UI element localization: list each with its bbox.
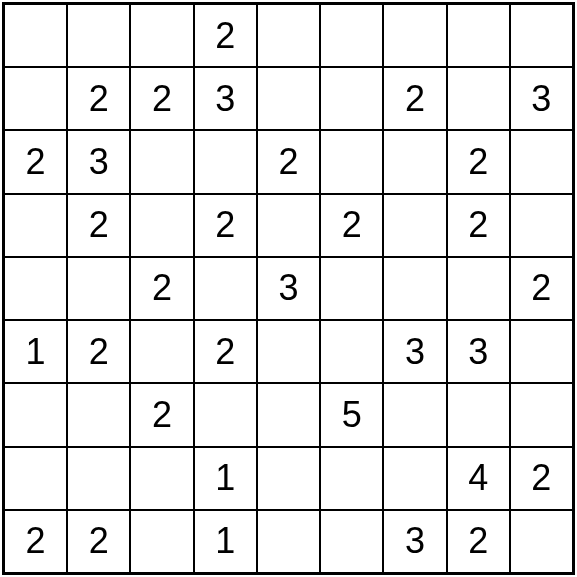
grid-cell[interactable] (194, 130, 257, 193)
grid-cell[interactable]: 2 (383, 67, 446, 130)
grid-cell[interactable] (320, 510, 383, 573)
grid-cell[interactable] (383, 194, 446, 257)
grid-cell[interactable] (67, 383, 130, 446)
grid-cell[interactable]: 2 (4, 510, 67, 573)
grid-cell[interactable] (194, 383, 257, 446)
grid-cell[interactable]: 3 (257, 257, 320, 320)
grid-cell[interactable] (510, 383, 573, 446)
grid-cell[interactable] (130, 4, 193, 67)
grid-cell[interactable] (320, 67, 383, 130)
grid-cell[interactable] (67, 447, 130, 510)
grid-cell[interactable]: 5 (320, 383, 383, 446)
grid-cell[interactable]: 2 (130, 383, 193, 446)
grid-cell[interactable] (194, 257, 257, 320)
grid-cell[interactable]: 2 (194, 320, 257, 383)
grid-cell[interactable] (383, 447, 446, 510)
grid-cell[interactable]: 2 (67, 67, 130, 130)
grid-cell[interactable] (67, 4, 130, 67)
grid-cell[interactable]: 3 (447, 320, 510, 383)
grid-cell[interactable]: 2 (130, 257, 193, 320)
grid-cell[interactable]: 2 (67, 510, 130, 573)
grid-cell[interactable] (510, 510, 573, 573)
grid-cell[interactable] (447, 67, 510, 130)
puzzle-grid: 2 2 2 3 2 3 2 3 2 2 2 2 2 2 2 3 2 1 2 2 … (2, 2, 575, 575)
grid-cell[interactable] (383, 257, 446, 320)
grid-cell[interactable]: 2 (194, 4, 257, 67)
grid-cell[interactable]: 2 (510, 257, 573, 320)
grid-cell[interactable] (447, 257, 510, 320)
grid-cell[interactable]: 2 (447, 510, 510, 573)
grid-cell[interactable] (4, 4, 67, 67)
grid-cell[interactable]: 3 (510, 67, 573, 130)
grid-cell[interactable] (383, 383, 446, 446)
grid-cell[interactable] (257, 4, 320, 67)
grid-cell[interactable] (383, 130, 446, 193)
grid-cell[interactable] (383, 4, 446, 67)
grid-cell[interactable] (320, 257, 383, 320)
grid-cell[interactable] (320, 320, 383, 383)
grid-cell[interactable] (67, 257, 130, 320)
grid-cell[interactable] (257, 194, 320, 257)
grid-cell[interactable]: 2 (67, 194, 130, 257)
grid-cell[interactable] (257, 383, 320, 446)
grid-cell[interactable] (447, 4, 510, 67)
grid-cell[interactable]: 2 (257, 130, 320, 193)
grid-cell[interactable] (320, 447, 383, 510)
grid-cell[interactable] (510, 320, 573, 383)
grid-cell[interactable] (130, 447, 193, 510)
grid-cell[interactable] (510, 130, 573, 193)
grid-cell[interactable] (257, 510, 320, 573)
grid-cell[interactable] (130, 194, 193, 257)
grid-cell[interactable] (130, 130, 193, 193)
grid-cell[interactable] (510, 194, 573, 257)
grid-cell[interactable]: 2 (194, 194, 257, 257)
grid-cell[interactable]: 1 (4, 320, 67, 383)
grid-cell[interactable] (130, 510, 193, 573)
grid-cell[interactable] (447, 383, 510, 446)
grid-cell[interactable] (4, 67, 67, 130)
grid-cell[interactable]: 3 (383, 510, 446, 573)
grid-cell[interactable] (320, 4, 383, 67)
grid-cell[interactable]: 2 (510, 447, 573, 510)
grid-cell[interactable] (257, 447, 320, 510)
grid-cell[interactable]: 1 (194, 447, 257, 510)
grid-cell[interactable]: 2 (447, 194, 510, 257)
grid-cell[interactable] (4, 257, 67, 320)
grid-cell[interactable]: 2 (447, 130, 510, 193)
grid-cell[interactable] (510, 4, 573, 67)
grid-cell[interactable]: 4 (447, 447, 510, 510)
grid-cell[interactable]: 3 (67, 130, 130, 193)
grid-cell[interactable]: 3 (383, 320, 446, 383)
grid-cell[interactable]: 2 (130, 67, 193, 130)
grid-cell[interactable]: 3 (194, 67, 257, 130)
grid-cell[interactable]: 2 (67, 320, 130, 383)
grid-cell[interactable] (4, 194, 67, 257)
grid-cell[interactable] (4, 447, 67, 510)
grid-cell[interactable] (257, 320, 320, 383)
grid-cell[interactable] (4, 383, 67, 446)
grid-cell[interactable] (320, 130, 383, 193)
grid-cell[interactable]: 1 (194, 510, 257, 573)
grid-cell[interactable]: 2 (4, 130, 67, 193)
grid-cell[interactable] (130, 320, 193, 383)
grid-cell[interactable]: 2 (320, 194, 383, 257)
grid-cell[interactable] (257, 67, 320, 130)
